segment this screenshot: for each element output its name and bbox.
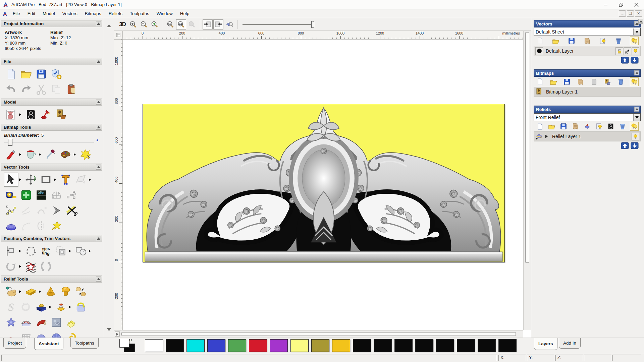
- merge-layers-button[interactable]: [576, 77, 585, 86]
- section-header-model[interactable]: Model: [1, 99, 102, 106]
- palette-swatch-7[interactable]: [290, 339, 309, 352]
- greyscale-relief-button[interactable]: [606, 122, 615, 131]
- scroll-up-icon[interactable]: [106, 23, 112, 28]
- flyout-arrow-icon[interactable]: [19, 178, 22, 181]
- rollup-arrow-icon[interactable]: [96, 236, 101, 241]
- new-layer-button[interactable]: [536, 37, 544, 45]
- rollup-arrow-icon[interactable]: [96, 59, 101, 64]
- menu-file[interactable]: File: [9, 9, 24, 18]
- palette-swatch-9[interactable]: [332, 339, 350, 352]
- tab-layers[interactable]: Layers: [534, 338, 557, 350]
- palette-swatch-8[interactable]: [311, 339, 329, 352]
- panel-header-bitmaps[interactable]: Bitmaps: [534, 69, 641, 77]
- flyout-arrow-icon[interactable]: [19, 153, 22, 156]
- spin-vectors-button[interactable]: [39, 259, 53, 274]
- zoom-out-button[interactable]: [139, 19, 149, 29]
- canvas-view[interactable]: [123, 40, 523, 330]
- star-wizard-button[interactable]: [4, 315, 18, 329]
- node-editing-button[interactable]: [19, 188, 33, 202]
- restore-icon[interactable]: [613, 0, 629, 9]
- envelope-distortion-button[interactable]: [74, 173, 88, 187]
- open-layer-button[interactable]: [547, 122, 556, 131]
- flyout-arrow-icon[interactable]: [89, 178, 92, 181]
- section-header-vector-tools[interactable]: Vector Tools: [1, 164, 102, 171]
- create-polyline-button[interactable]: [4, 203, 18, 218]
- relief-from-image-button[interactable]: [34, 300, 48, 314]
- paint-bucket-button[interactable]: [24, 147, 38, 162]
- save-layer-button[interactable]: [567, 37, 576, 45]
- panel-scroll-up-icon[interactable]: [638, 19, 643, 24]
- new-layer-button[interactable]: [536, 77, 544, 86]
- rollup-arrow-icon[interactable]: [96, 21, 101, 26]
- snap-points-button[interactable]: [64, 188, 78, 202]
- image-layer-button[interactable]: [603, 77, 612, 86]
- all-layers-visibility-button[interactable]: [630, 77, 639, 86]
- snap-edit-button[interactable]: [624, 47, 631, 55]
- tab-add-in[interactable]: Add In: [559, 338, 581, 349]
- section-header-bitmap-tools[interactable]: Bitmap Tools: [1, 124, 102, 131]
- tab-toolpaths[interactable]: Toolpaths: [70, 338, 99, 349]
- colour-picker-button[interactable]: [44, 147, 58, 162]
- save-layer-button[interactable]: [562, 77, 571, 86]
- mdi-close-icon[interactable]: ✕: [635, 10, 642, 17]
- block-copy-button[interactable]: [54, 244, 68, 258]
- fluting-button[interactable]: [24, 259, 38, 274]
- slider-handle-icon[interactable]: [311, 21, 314, 28]
- flyout-arrow-icon[interactable]: [89, 250, 92, 252]
- vertical-scrollbar[interactable]: [523, 31, 531, 330]
- zoom-in-button[interactable]: [128, 19, 138, 29]
- visibility-bulb-button[interactable]: [632, 133, 639, 140]
- merge-layers-button[interactable]: [583, 37, 591, 45]
- move-layer-up-button[interactable]: [621, 57, 629, 63]
- offset-relief-button[interactable]: [64, 315, 78, 329]
- speed-slider[interactable]: [243, 19, 320, 29]
- paint-button[interactable]: [4, 147, 18, 162]
- menu-help[interactable]: Help: [176, 9, 193, 18]
- mirror-vectors-button[interactable]: [34, 219, 48, 233]
- delete-layer-button[interactable]: [618, 122, 627, 131]
- flyout-arrow-icon[interactable]: [19, 290, 22, 293]
- shape-editor-button[interactable]: [44, 285, 58, 299]
- all-layers-visibility-button[interactable]: [630, 37, 639, 45]
- layer-visibility-button[interactable]: [598, 37, 607, 45]
- next-view-button[interactable]: [213, 19, 223, 29]
- adjust-model-button[interactable]: [24, 108, 38, 122]
- text-on-curve-button[interactable]: [24, 244, 38, 258]
- set-model-size-button[interactable]: [4, 108, 18, 122]
- flyout-arrow-icon[interactable]: [19, 250, 22, 252]
- zoom-object-button[interactable]: [187, 19, 197, 29]
- move-layer-down-button[interactable]: [631, 142, 639, 149]
- texture-relief-button[interactable]: [49, 315, 63, 329]
- merge-layers-button[interactable]: [571, 122, 580, 131]
- section-header-relief-tools[interactable]: Relief Tools: [1, 276, 102, 283]
- measure-tool-button[interactable]: [4, 188, 18, 202]
- scroll-down-icon[interactable]: [106, 326, 112, 332]
- vector-arrow-button[interactable]: [49, 203, 63, 218]
- rollup-arrow-icon[interactable]: [634, 107, 639, 112]
- text-block-button[interactable]: ABC: [34, 188, 48, 202]
- menu-bitmaps[interactable]: Bitmaps: [81, 9, 105, 18]
- vector-doctor-button[interactable]: [49, 219, 63, 233]
- relief-dropdown[interactable]: Front Relief: [534, 113, 641, 121]
- join-vectors-button[interactable]: [4, 259, 18, 274]
- panel-header-vectors[interactable]: Vectors: [534, 20, 641, 27]
- horizontal-scrollbar[interactable]: [114, 330, 523, 338]
- menu-reliefs[interactable]: Reliefs: [105, 9, 126, 18]
- dome-texture-button[interactable]: [49, 331, 63, 338]
- flyout-arrow-icon[interactable]: [54, 178, 57, 181]
- flyout-arrow-icon[interactable]: [69, 250, 72, 252]
- sheet-dropdown[interactable]: Default Sheet: [534, 28, 641, 36]
- carve-relief-button[interactable]: [34, 315, 48, 329]
- extrude-relief-button[interactable]: [54, 300, 68, 314]
- new-model-button[interactable]: [4, 67, 18, 81]
- mdi-restore-icon[interactable]: ❐: [627, 10, 634, 17]
- weld-vectors-button[interactable]: [74, 244, 88, 258]
- menu-model[interactable]: Model: [39, 9, 59, 18]
- palette-swatch-3[interactable]: [207, 339, 225, 352]
- layer-color-swatch[interactable]: [535, 47, 543, 55]
- paste-button[interactable]: [64, 82, 78, 97]
- palette-swatch-13[interactable]: [415, 339, 433, 352]
- add-plateau-button[interactable]: [24, 285, 38, 299]
- open-model-button[interactable]: [19, 67, 33, 81]
- palette-swatch-14[interactable]: [436, 339, 454, 352]
